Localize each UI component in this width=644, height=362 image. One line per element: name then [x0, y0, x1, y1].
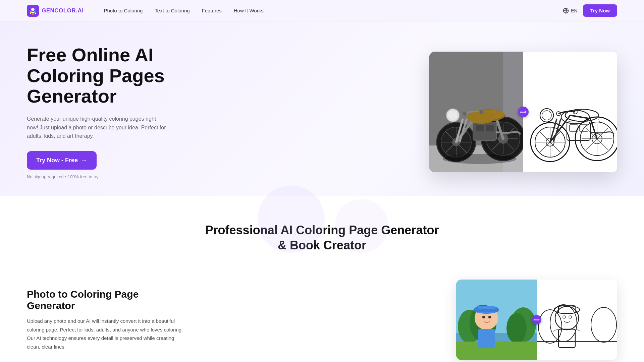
feature-text-area: Photo to Coloring Page Generator Upload …	[27, 289, 188, 351]
language-selector[interactable]: EN	[563, 8, 577, 14]
svg-point-67	[506, 313, 527, 343]
hero-cta-button[interactable]: Try Now - Free →	[27, 151, 97, 170]
feature1-image-area: ⟺	[215, 280, 617, 360]
nav-link-photo-to-coloring[interactable]: Photo to Coloring	[104, 8, 143, 13]
hero-cta-label: Try Now - Free	[36, 157, 78, 164]
svg-point-35	[443, 154, 517, 164]
logo-icon	[27, 5, 39, 17]
lang-label: EN	[571, 8, 577, 13]
svg-point-75	[488, 316, 491, 318]
svg-point-3	[34, 11, 36, 13]
svg-point-31	[463, 112, 467, 116]
hero-split-image: ⟺	[429, 52, 617, 172]
globe-icon	[563, 8, 569, 14]
hero-title: Free Online AI Coloring Pages Generator	[27, 45, 195, 107]
svg-rect-24	[476, 125, 484, 131]
no-signup-text: No signup required • 100% free to try	[27, 174, 195, 179]
svg-rect-72	[475, 309, 498, 312]
svg-point-4	[32, 13, 34, 15]
svg-point-1	[31, 8, 35, 11]
decorative-blob-2	[335, 199, 388, 253]
hero-cta-arrow: →	[80, 157, 87, 164]
motorcycle-photo-svg	[429, 52, 523, 172]
logo-text: GENCOLOR.AI	[42, 7, 84, 14]
feature1-coloring-side	[537, 280, 617, 360]
split-handle[interactable]: ⟺	[518, 107, 529, 117]
nav-links: Photo to Coloring Text to Coloring Featu…	[104, 8, 563, 13]
svg-rect-68	[456, 342, 537, 360]
nav-link-text-to-coloring[interactable]: Text to Coloring	[155, 8, 190, 13]
svg-point-2	[30, 11, 32, 13]
svg-point-34	[448, 111, 458, 120]
hero-photo-side	[429, 52, 523, 172]
nav-link-how-it-works[interactable]: How It Works	[234, 8, 264, 13]
hero-content: Free Online AI Coloring Pages Generator …	[27, 45, 195, 179]
feature-photo-to-coloring: Photo to Coloring Page Generator Upload …	[27, 273, 617, 362]
nav-try-now-button[interactable]: Try Now	[583, 4, 617, 17]
child-photo-svg	[456, 280, 537, 360]
hero-description: Generate your unique high-quality colori…	[27, 115, 168, 140]
feature1-photo-side	[456, 280, 537, 360]
decorative-blob-1	[258, 186, 325, 253]
hero-section: Free Online AI Coloring Pages Generator …	[0, 21, 644, 196]
feature1-split-image: ⟺	[456, 280, 617, 360]
svg-rect-73	[478, 329, 495, 348]
feature1-split-handle[interactable]: ⟺	[532, 315, 541, 324]
split-handle-icon: ⟺	[520, 109, 527, 115]
hero-coloring-side	[523, 52, 617, 172]
svg-point-74	[482, 316, 485, 318]
feature1-title: Photo to Coloring Page Generator	[27, 289, 188, 311]
svg-point-32	[479, 110, 483, 114]
hero-image-area: ⟺	[215, 52, 617, 172]
motorcycle-coloring-svg	[523, 52, 617, 172]
section-features: Professional AI Coloring Page Generator …	[0, 196, 644, 362]
feature1-description: Upload any photo and our AI will instant…	[27, 317, 188, 351]
nav-link-features[interactable]: Features	[202, 8, 222, 13]
navbar: GENCOLOR.AI Photo to Coloring Text to Co…	[0, 0, 644, 21]
nav-logo[interactable]: GENCOLOR.AI	[27, 5, 84, 17]
feature1-handle-icon: ⟺	[534, 317, 540, 322]
child-coloring-svg	[537, 280, 617, 360]
svg-rect-25	[486, 125, 494, 131]
nav-right: EN Try Now	[563, 4, 617, 17]
